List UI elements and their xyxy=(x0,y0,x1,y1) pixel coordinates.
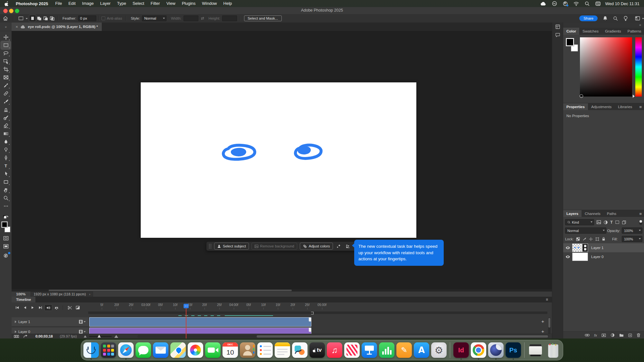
width-input[interactable] xyxy=(184,15,198,21)
dock-safari-icon[interactable] xyxy=(118,342,134,358)
tab-color[interactable]: Color xyxy=(563,28,579,35)
add-media-track1-button[interactable]: + xyxy=(541,319,544,324)
menu-file[interactable]: File xyxy=(52,0,65,7)
scrollbar-thumb[interactable] xyxy=(257,335,548,338)
filter-adjustment-layers-icon[interactable] xyxy=(603,220,608,225)
workspace-switcher-icon[interactable] xyxy=(631,16,644,21)
menu-clock[interactable]: Wed 10 Dec 11:31 xyxy=(603,1,644,6)
track-filmstrip-icon[interactable] xyxy=(79,320,86,324)
tab-channels[interactable]: Channels xyxy=(582,210,604,217)
tool-hand[interactable] xyxy=(1,186,11,194)
dock-indesign-icon[interactable]: Id xyxy=(453,342,469,358)
track-filmstrip-icon[interactable] xyxy=(79,330,86,334)
layer-name[interactable]: Layer 0 xyxy=(591,255,603,259)
tool-rectangular-marquee[interactable] xyxy=(1,41,11,49)
clip-end-handle[interactable] xyxy=(309,318,311,321)
work-area-bar[interactable] xyxy=(88,311,547,314)
color-picker-cursor[interactable] xyxy=(580,94,583,98)
dock-photos-icon[interactable] xyxy=(187,342,204,358)
toolbar-collapse-icon[interactable]: » xyxy=(0,23,12,31)
frame-view-icon[interactable] xyxy=(12,335,21,338)
dock-pages-icon[interactable]: ✎ xyxy=(396,342,412,358)
menu-plugins[interactable]: Plugins xyxy=(179,0,199,7)
new-selection-mode-button[interactable] xyxy=(29,15,36,22)
dock-trash-icon[interactable] xyxy=(545,342,561,358)
video-clip-layer1[interactable] xyxy=(89,317,311,327)
layer-name[interactable]: Layer 1 xyxy=(591,246,603,250)
dock-news-icon[interactable] xyxy=(344,342,360,358)
status-chevron-icon[interactable]: › xyxy=(89,292,90,296)
layer-visibility-eye-icon[interactable] xyxy=(563,255,572,258)
height-input[interactable] xyxy=(222,15,237,21)
dock-photoshop-icon[interactable]: Ps xyxy=(505,342,521,358)
dock-reminders-icon[interactable] xyxy=(257,342,273,358)
timeline-tab[interactable]: Timeline xyxy=(12,297,35,302)
dock-maps-icon[interactable] xyxy=(170,342,186,358)
tool-dodge[interactable] xyxy=(1,146,11,154)
dock-numbers-icon[interactable] xyxy=(379,342,395,358)
filter-shape-layers-icon[interactable] xyxy=(615,220,620,224)
discover-lightbulb-icon[interactable] xyxy=(620,16,631,21)
dock-apple-tv-icon[interactable]: tv xyxy=(309,342,325,358)
render-export-arrow-icon[interactable] xyxy=(21,335,30,338)
hue-slider-arrow[interactable] xyxy=(633,95,635,98)
slider-thumb[interactable] xyxy=(98,335,101,338)
taskbar-drag-handle[interactable] xyxy=(209,244,212,248)
previous-frame-button[interactable] xyxy=(21,305,28,311)
select-subject-button[interactable]: Select subject xyxy=(214,243,249,250)
adjust-colors-button[interactable]: Adjust colors xyxy=(300,243,333,250)
opacity-value-dropdown[interactable]: 100% xyxy=(622,227,642,234)
dock-messages-icon[interactable] xyxy=(135,342,151,358)
blend-mode-dropdown[interactable]: Normal xyxy=(565,227,606,234)
tab-gradients[interactable]: Gradients xyxy=(602,28,624,35)
timeline-settings-gear-icon[interactable] xyxy=(53,305,60,311)
tool-eyedropper[interactable] xyxy=(1,81,11,89)
dock-system-settings-icon[interactable]: ⚙ xyxy=(431,342,447,358)
dock-contacts-icon[interactable] xyxy=(240,342,256,358)
spotlight-search-icon[interactable] xyxy=(585,1,590,6)
close-tab-icon[interactable]: ✕ xyxy=(15,25,18,29)
layer-filter-dropdown[interactable]: Kind xyxy=(565,219,594,225)
add-layer-mask-icon[interactable] xyxy=(601,333,606,337)
menu-window[interactable]: Window xyxy=(199,0,220,7)
tool-zoom[interactable] xyxy=(1,194,11,202)
tool-lasso[interactable] xyxy=(1,49,11,57)
layer0-thumbnail[interactable] xyxy=(572,253,588,261)
intersect-selection-mode-button[interactable] xyxy=(49,15,55,22)
dock-mail-icon[interactable] xyxy=(153,342,169,358)
menu-help[interactable]: Help xyxy=(220,0,235,7)
remove-background-button[interactable]: Remove background xyxy=(251,243,297,250)
collapsed-comments-panel-icon[interactable] xyxy=(552,31,563,39)
properties-panel-menu-icon[interactable]: ≡ xyxy=(637,103,644,110)
dock-calendar-icon[interactable]: DEC 10 xyxy=(222,342,238,358)
layer-row-layer1[interactable]: Layer 1 xyxy=(563,243,644,252)
layer-row-layer0[interactable]: Layer 0 xyxy=(563,252,644,261)
tool-history-brush[interactable] xyxy=(1,114,11,122)
apple-logo-icon[interactable] xyxy=(5,1,9,6)
share-button[interactable]: Share xyxy=(579,15,598,21)
wifi-icon[interactable] xyxy=(573,2,579,6)
next-frame-button[interactable] xyxy=(37,305,44,311)
lock-position-icon[interactable] xyxy=(589,237,593,241)
notifications-bell-icon[interactable] xyxy=(600,16,611,21)
current-timecode[interactable]: 0;00;03;18 xyxy=(35,334,53,338)
menu-edit[interactable]: Edit xyxy=(65,0,79,7)
dock-cinema4d-icon[interactable] xyxy=(488,342,504,358)
transform-icon[interactable] xyxy=(345,244,351,248)
disclosure-triangle-icon[interactable] xyxy=(15,320,16,323)
tool-clone-stamp[interactable] xyxy=(1,106,11,114)
dock-app-store-icon[interactable]: A xyxy=(413,342,430,358)
tool-gradient[interactable] xyxy=(1,130,11,138)
tool-path-selection[interactable] xyxy=(1,170,11,178)
disclosure-triangle-icon[interactable] xyxy=(15,330,16,333)
timeline-zoom-slider[interactable] xyxy=(89,336,112,337)
generative-sparkle-icon[interactable] xyxy=(336,244,342,249)
tab-properties[interactable]: Properties xyxy=(563,103,588,110)
playhead-marker[interactable] xyxy=(184,304,189,308)
hue-slider[interactable] xyxy=(635,37,642,97)
clip-end-handle[interactable] xyxy=(309,328,311,332)
add-selection-mode-button[interactable] xyxy=(36,15,43,22)
screen-mode-button[interactable] xyxy=(1,242,11,250)
style-dropdown[interactable]: Normal xyxy=(142,15,166,21)
scrollbar-thumb[interactable] xyxy=(49,290,292,291)
